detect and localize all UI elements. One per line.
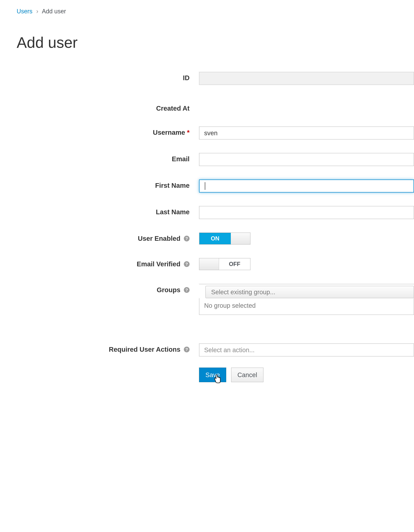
user-enabled-toggle[interactable]: ON: [199, 233, 250, 245]
required-actions-placeholder: Select an action...: [204, 346, 255, 353]
form-row-first-name: First Name: [17, 180, 414, 192]
form-row-username: Username *: [17, 126, 414, 140]
label-created-at: Created At: [156, 104, 190, 112]
save-button[interactable]: Save: [199, 368, 226, 382]
label-last-name: Last Name: [156, 208, 190, 216]
form-row-user-enabled: User Enabled ? ON: [17, 233, 414, 245]
label-groups: Groups: [157, 286, 180, 294]
form-row-required-actions: Required User Actions ? Select an action…: [17, 343, 414, 356]
add-user-form: ID Created At Username * Email: [17, 72, 414, 382]
page-title: Add user: [17, 34, 414, 51]
last-name-field[interactable]: [199, 206, 414, 219]
text-caret-icon: [205, 182, 205, 190]
toggle-on-label: ON: [199, 233, 231, 244]
groups-placeholder: Select existing group...: [211, 289, 275, 295]
first-name-field[interactable]: [199, 180, 414, 192]
form-row-email: Email: [17, 153, 414, 166]
form-row-email-verified: Email Verified ? OFF: [17, 258, 414, 270]
breadcrumb: Users › Add user: [17, 8, 414, 15]
breadcrumb-current: Add user: [42, 8, 66, 15]
toggle-handle: [231, 233, 250, 244]
label-username: Username: [153, 129, 185, 136]
toggle-off-label: OFF: [219, 258, 250, 270]
label-first-name: First Name: [155, 182, 190, 189]
breadcrumb-link-users[interactable]: Users: [17, 8, 32, 15]
help-icon[interactable]: ?: [184, 261, 190, 267]
username-field[interactable]: [199, 126, 414, 140]
cancel-button[interactable]: Cancel: [231, 368, 264, 382]
form-row-groups: Groups ? Select existing group... No gro…: [17, 284, 414, 315]
email-verified-toggle[interactable]: OFF: [199, 258, 250, 270]
groups-empty-message: No group selected: [199, 298, 414, 314]
help-icon[interactable]: ?: [184, 236, 190, 241]
form-row-id: ID: [17, 72, 414, 85]
groups-select[interactable]: Select existing group...: [205, 286, 414, 298]
form-row-buttons: Save Cancel: [17, 368, 414, 382]
toggle-handle: [199, 258, 219, 270]
label-email-verified: Email Verified: [137, 260, 180, 268]
label-required-actions: Required User Actions: [109, 346, 180, 353]
help-icon[interactable]: ?: [184, 287, 190, 293]
label-user-enabled: User Enabled: [138, 235, 180, 242]
chevron-right-icon: ›: [36, 8, 38, 15]
help-icon[interactable]: ?: [184, 347, 190, 352]
label-id: ID: [183, 74, 190, 82]
required-actions-select[interactable]: Select an action...: [199, 343, 414, 356]
form-row-created-at: Created At: [17, 102, 414, 112]
label-email: Email: [172, 155, 190, 163]
form-row-last-name: Last Name: [17, 206, 414, 219]
id-field: [199, 72, 414, 85]
required-marker: *: [187, 129, 190, 136]
email-field[interactable]: [199, 153, 414, 166]
